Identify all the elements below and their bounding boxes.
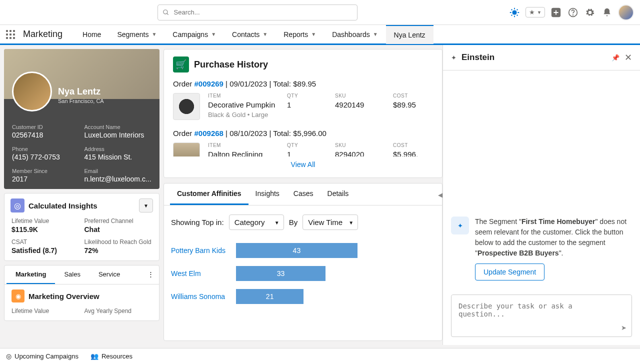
tab-details[interactable]: Details — [320, 184, 356, 205]
overview-ltv-label: Lifetime Value — [12, 308, 80, 314]
insights-card: ◎ Calculated Insights ▼ Lifetime Value$1… — [4, 193, 160, 261]
channel-label: Preferred Channel — [84, 218, 152, 224]
item-header: ITEM — [208, 93, 279, 98]
nav-dashboards[interactable]: Dashboards▼ — [324, 25, 386, 44]
affinity-bar: 33 — [236, 266, 326, 281]
item-qty: 1 — [287, 150, 327, 156]
profile-location: San Francisco, CA — [58, 98, 104, 104]
member-since-label: Member Since — [12, 168, 80, 174]
tab-affinities[interactable]: Customer Affinities — [170, 184, 248, 205]
chevron-down-icon: ▼ — [211, 32, 216, 37]
ltv-label: Lifetime Value — [12, 218, 80, 224]
update-segment-button[interactable]: Update Segment — [475, 264, 544, 280]
order-item-row: ITEM Dalton Reclining Sofa QTY1 SKU82940… — [164, 138, 442, 156]
address-label: Address — [84, 146, 152, 152]
order-item-row: ITEM Decorative Pumpkin Black & Gold • L… — [164, 88, 442, 125]
subtab-marketing[interactable]: Marketing — [6, 266, 55, 284]
footer-resources[interactable]: 👥Resources — [90, 352, 132, 360]
chevron-down-icon: ▼ — [152, 32, 156, 37]
affinity-label[interactable]: West Elm — [171, 270, 227, 278]
einstein-panel: ◀ ✦ Einstein 📌 ✕ ✦ The Segment "First Ti… — [442, 45, 640, 345]
view-all-link[interactable]: View All — [164, 156, 442, 172]
purchase-history-title: Purchase History — [194, 60, 268, 70]
subtab-sales[interactable]: Sales — [55, 266, 90, 284]
collapse-handle[interactable]: ◀ — [438, 192, 442, 198]
tab-cases[interactable]: Cases — [286, 184, 320, 205]
nav-segments[interactable]: Segments▼ — [109, 25, 164, 44]
item-cost: $5,996. — [393, 150, 433, 156]
item-qty: 1 — [287, 100, 327, 109]
nav-home[interactable]: Home — [74, 25, 109, 44]
svg-point-0 — [163, 10, 167, 14]
chevron-down-icon: ▼ — [373, 32, 378, 37]
subtab-service[interactable]: Service — [90, 266, 129, 284]
profile-avatar — [12, 72, 52, 112]
chevron-down-icon: ▼ — [262, 32, 268, 37]
csat-label: CSAT — [12, 238, 80, 246]
search-icon — [162, 9, 170, 16]
affinity-label[interactable]: Williams Sonoma — [171, 292, 227, 300]
category-select[interactable]: Category▼ — [229, 214, 284, 230]
order-link[interactable]: #009268 — [194, 129, 224, 138]
overview-ays-label: Avg Yearly Spend — [84, 308, 152, 314]
order-header: Order #009269 | 09/01/2023 | Total: $89.… — [164, 80, 442, 88]
search-input[interactable] — [158, 4, 358, 20]
affinities-card: Customer Affinities Insights Cases Detai… — [164, 183, 442, 341]
tab-insights[interactable]: Insights — [248, 184, 286, 205]
subtab-more-button[interactable]: ⋮ — [144, 266, 157, 284]
pin-icon[interactable]: 📌 — [612, 54, 620, 62]
affinity-label[interactable]: Pottery Barn Kids — [171, 246, 227, 254]
profile-card: Nya Lentz San Francisco, CA Customer ID0… — [4, 49, 160, 189]
order-header: Order #009268 | 08/10/2023 | Total: $5,9… — [164, 129, 442, 138]
item-sku: 8294020 — [335, 150, 385, 156]
chevron-down-icon: ▼ — [348, 220, 354, 225]
app-launcher-icon[interactable] — [6, 30, 15, 39]
gold-label: Likelihood to Reach Gold — [84, 238, 152, 246]
close-icon[interactable]: ✕ — [624, 52, 632, 63]
svg-line-1 — [166, 13, 168, 14]
nav-campaigns[interactable]: Campaigns▼ — [164, 25, 224, 44]
nav-contacts[interactable]: Contacts▼ — [224, 25, 276, 44]
insights-menu-button[interactable]: ▼ — [139, 198, 153, 212]
affinity-bar: 43 — [236, 243, 358, 258]
affinity-row: West Elm 33 — [164, 262, 442, 285]
item-sku: 4920149 — [335, 100, 385, 109]
phone-label: Phone — [12, 146, 80, 152]
einstein-input[interactable] — [452, 295, 632, 335]
chevron-down-icon: ▼ — [311, 32, 316, 37]
einstein-avatar-icon: ✦ — [451, 216, 469, 234]
bell-icon[interactable] — [601, 6, 613, 18]
overview-icon: ◉ — [12, 290, 24, 302]
add-icon[interactable] — [550, 6, 562, 18]
customer-id: 02567418 — [12, 131, 80, 139]
people-icon: 👥 — [90, 352, 98, 360]
metric-select[interactable]: View Time▼ — [302, 214, 358, 230]
email-label: Email — [84, 168, 152, 174]
help-icon[interactable] — [567, 6, 579, 18]
purchase-history-card: 🛒 Purchase History Order #009269 | 09/01… — [164, 49, 442, 178]
nav-reports[interactable]: Reports▼ — [276, 25, 324, 44]
item-cost: $89.95 — [393, 100, 433, 109]
footer-upcoming[interactable]: ◎Upcoming Campaigns — [6, 352, 78, 360]
account-name: LuxeLoom Interiors — [84, 131, 152, 139]
lower-card: Marketing Sales Service ⋮ ◉ Marketing Ov… — [4, 265, 160, 321]
favorite-button[interactable]: ★ ▼ — [526, 7, 545, 18]
gear-icon[interactable] — [584, 6, 596, 18]
svg-point-2 — [512, 10, 516, 14]
member-since: 2017 — [12, 175, 80, 183]
affinity-row: Pottery Barn Kids 43 — [164, 239, 442, 262]
send-icon[interactable]: ➤ — [621, 324, 626, 332]
order-link[interactable]: #009269 — [194, 80, 224, 88]
csat-value: Satisfied (8.7) — [12, 246, 80, 254]
chevron-down-icon: ▼ — [274, 220, 280, 225]
item-name: Decorative Pumpkin — [208, 100, 279, 109]
einstein-icon[interactable] — [508, 6, 520, 18]
address: 415 Mission St. — [84, 153, 152, 161]
item-name: Dalton Reclining Sofa — [208, 150, 279, 156]
einstein-message: ✦ The Segment "First Time Homebuyer" doe… — [451, 216, 632, 280]
affinity-bar: 21 — [236, 289, 304, 304]
affinity-row: Williams Sonoma 21 — [164, 285, 442, 308]
avatar[interactable] — [618, 4, 634, 20]
nav-record-tab[interactable]: Nya Lentz — [386, 25, 434, 44]
einstein-title: Einstein — [462, 52, 606, 62]
